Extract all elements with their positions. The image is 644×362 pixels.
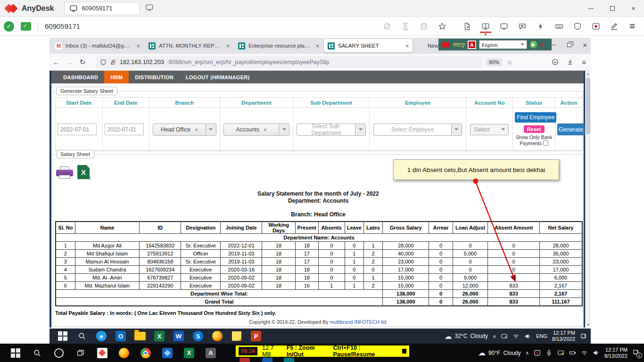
sub-department-select[interactable]: Select Sub-Department <box>297 123 366 136</box>
photos-icon[interactable] <box>161 347 173 359</box>
department-dropdown-icon[interactable] <box>279 123 289 136</box>
bank-payments-checkbox[interactable] <box>543 140 548 146</box>
microphone-tray-icon[interactable] <box>545 349 553 356</box>
tracking-shield-icon[interactable] <box>100 59 107 66</box>
local-weather[interactable]: ☁ 90°F Cloudy <box>478 348 521 357</box>
browser-tab-2[interactable]: ATTN. MONTHLY REPORT× <box>145 39 233 52</box>
sub-department-dropdown-icon[interactable] <box>355 123 366 136</box>
firefox-icon[interactable] <box>211 330 223 342</box>
actions-bolt-icon[interactable] <box>535 19 547 33</box>
session-list-icon[interactable] <box>418 19 430 33</box>
privacy-mode-icon[interactable] <box>381 19 393 33</box>
chrome-icon[interactable] <box>140 347 152 359</box>
scroll-down-icon[interactable]: ▾ <box>586 321 591 328</box>
tray-expand-icon[interactable]: ∧ <box>493 334 496 339</box>
browser-tab-4[interactable]: SALARY SHEET× <box>324 39 413 52</box>
monitor-icon[interactable] <box>498 19 510 33</box>
edge-icon[interactable]: e <box>95 330 107 342</box>
url-bar[interactable]: 182.163.102.203:8086/sm_erp/sm_erp/hr_pa… <box>96 56 482 68</box>
record-session-icon[interactable] <box>590 19 602 33</box>
keyboard-icon[interactable] <box>553 19 565 33</box>
sticky-notes-icon[interactable] <box>231 330 243 342</box>
forward-button[interactable]: → <box>63 58 76 66</box>
nav-item-distribution[interactable]: DISTRIBUTION <box>129 71 180 83</box>
volume-tray-icon[interactable] <box>593 349 600 356</box>
browser-close-button[interactable]: × <box>583 41 587 49</box>
remote-weather[interactable]: ☁ 32°C Cloudy <box>445 332 488 341</box>
minimize-button[interactable] <box>580 0 602 17</box>
department-select[interactable]: Accounts× <box>223 123 290 136</box>
monitor-1-icon[interactable] <box>479 19 492 33</box>
screen-share-tray-icon[interactable] <box>557 349 564 356</box>
reload-button[interactable]: ↻ <box>76 58 89 66</box>
account-no-select[interactable]: Select <box>470 124 508 135</box>
tab-close-icon[interactable]: × <box>135 42 140 49</box>
tab-close-icon[interactable]: × <box>225 42 230 49</box>
browser-tab-1[interactable]: MInbox (3) - mafidul24@gmail.co× <box>51 39 144 52</box>
close-button[interactable]: × <box>623 0 644 17</box>
firefox-icon[interactable] <box>118 347 130 359</box>
scrollbar-thumb[interactable] <box>586 78 590 134</box>
nav-item-dashboard[interactable]: DASHBOARD <box>57 71 104 83</box>
skype-icon[interactable]: S <box>192 330 204 342</box>
avro-keyboard-icon[interactable]: A <box>468 41 476 49</box>
remote-clock[interactable]: 12:17 PM8/13/2022 <box>552 330 575 342</box>
clear-branch-icon[interactable]: × <box>195 127 198 132</box>
downloads-icon[interactable] <box>567 58 574 66</box>
anydesk-session-tab[interactable]: 609059171 <box>64 2 140 15</box>
file-explorer-icon[interactable] <box>134 330 146 342</box>
excel-icon[interactable]: X <box>153 330 165 342</box>
bookmark-star-icon[interactable]: ☆ <box>507 58 513 66</box>
display-tray-icon[interactable] <box>501 333 508 340</box>
tab-close-icon[interactable]: × <box>404 42 409 49</box>
language-indicator[interactable]: ENG <box>536 333 547 339</box>
nav-item-logout-hrmanager-[interactable]: LOGOUT (HRMANAGER) <box>180 71 256 83</box>
task-view-button[interactable] <box>74 347 87 359</box>
cortana-button[interactable] <box>53 347 65 359</box>
maximize-button[interactable] <box>602 0 623 17</box>
chat-icon[interactable] <box>516 19 528 33</box>
network-tray-icon[interactable] <box>512 333 520 340</box>
app-icon-gray[interactable]: A <box>205 347 217 359</box>
page-scrollbar[interactable]: ▴ ▾ <box>585 71 591 328</box>
anydesk-icon[interactable] <box>96 347 108 359</box>
anydesk-tray-icon[interactable] <box>534 349 541 356</box>
notification-center-icon[interactable] <box>580 333 587 340</box>
browser-tab-3[interactable]: Enterprise resource planning (E× <box>234 39 323 52</box>
end-date-input[interactable]: 2022-07-31 <box>105 123 144 135</box>
branch-dropdown-icon[interactable] <box>206 123 216 136</box>
battery-tray-icon[interactable] <box>569 349 576 356</box>
session-duration-icon[interactable] <box>399 19 412 33</box>
excel-export-icon[interactable]: X <box>77 165 90 179</box>
local-clock[interactable]: 12:17 PM8/13/2022 <box>604 347 627 359</box>
tray-expand-icon[interactable]: ∧ <box>526 350 529 355</box>
favorites-star-icon[interactable] <box>436 19 448 33</box>
browser-restore-button[interactable] <box>567 43 571 47</box>
zoom-level-badge[interactable]: 90% <box>486 58 502 66</box>
excel-icon[interactable]: X <box>183 347 195 359</box>
keyboard-close-icon[interactable]: × <box>540 41 544 49</box>
pocket-icon[interactable] <box>552 58 559 66</box>
branch-select[interactable]: Head Office× <box>153 123 216 136</box>
print-icon[interactable] <box>56 166 73 179</box>
volume-tray-icon[interactable] <box>524 333 531 340</box>
permissions-shield-icon[interactable] <box>571 19 584 33</box>
browser-minimize-button[interactable] <box>551 45 556 45</box>
word-icon[interactable]: W <box>173 330 185 342</box>
employee-dropdown-icon[interactable] <box>452 123 462 136</box>
file-transfer-icon[interactable] <box>461 19 473 33</box>
generate-button[interactable]: Generate <box>557 123 585 135</box>
keyboard-switch-icon[interactable]: ▶ <box>530 41 537 49</box>
powerpoint-icon[interactable]: P <box>250 330 262 342</box>
reset-button[interactable]: Reset <box>524 125 545 133</box>
start-date-input[interactable]: 2022-07-01 <box>58 123 97 135</box>
whiteboard-pen-icon[interactable] <box>608 19 620 33</box>
search-button[interactable] <box>76 330 88 342</box>
new-session-button[interactable] <box>145 3 154 14</box>
browser-menu-icon[interactable]: ≡ <box>582 58 586 66</box>
back-button[interactable]: ← <box>50 58 63 66</box>
insecure-lock-icon[interactable] <box>110 59 116 66</box>
outlook-icon[interactable]: O <box>115 330 127 342</box>
clear-department-icon[interactable]: × <box>264 127 266 132</box>
employee-select[interactable]: Select Employee <box>373 123 462 136</box>
